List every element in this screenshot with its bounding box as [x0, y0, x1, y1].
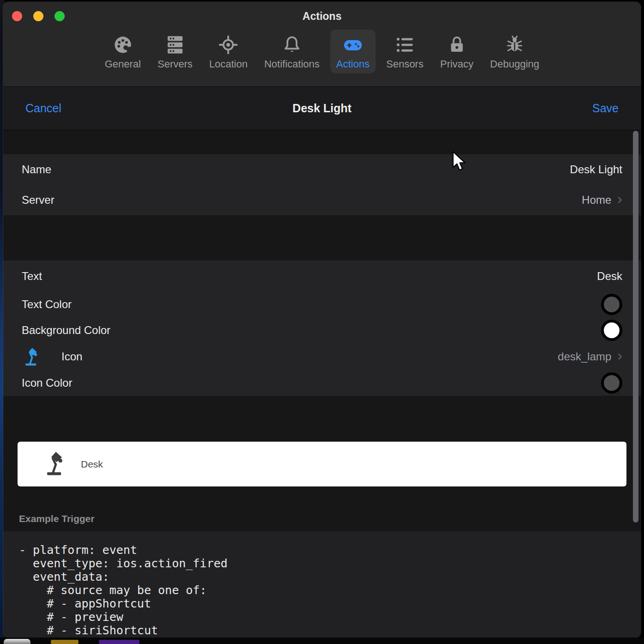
toolbar-tab-location[interactable]: Location	[203, 30, 254, 73]
toolbar-tab-notifications[interactable]: Notifications	[258, 30, 326, 73]
preferences-toolbar: General Servers	[3, 30, 641, 73]
dock-icon-fragment	[51, 640, 79, 644]
server-row[interactable]: Server Home ›	[3, 185, 641, 215]
toolbar-tab-debugging[interactable]: Debugging	[484, 30, 545, 73]
dock-icon-fragment	[4, 639, 30, 644]
icon-color-row[interactable]: Icon Color	[3, 370, 641, 396]
toolbar-tab-actions[interactable]: Actions	[330, 30, 376, 73]
spacer	[3, 215, 641, 261]
preview-label: Desk	[81, 459, 103, 470]
text-color-row[interactable]: Text Color	[3, 292, 641, 317]
toolbar-tab-privacy[interactable]: Privacy	[434, 30, 480, 73]
text-label: Text	[22, 270, 42, 283]
toolbar-tab-label: Notifications	[264, 58, 320, 70]
example-trigger-heading: Example Trigger	[19, 513, 641, 524]
toolbar-tab-sensors[interactable]: Sensors	[380, 30, 430, 73]
code-line: # - appShortcut	[19, 597, 641, 610]
toolbar-tab-label: Location	[209, 58, 248, 70]
background-color-row[interactable]: Background Color	[3, 317, 641, 343]
dock-sliver	[0, 638, 644, 644]
toolbar-tab-servers[interactable]: Servers	[152, 30, 199, 73]
server-stack-icon	[164, 34, 186, 56]
code-line: # - siriShortcut	[19, 624, 641, 637]
example-trigger-code: - platform: event event_type: ios.action…	[3, 531, 641, 638]
toolbar-tab-label: Privacy	[440, 58, 474, 70]
settings-window: Actions General	[3, 2, 641, 638]
text-color-label: Text Color	[22, 298, 72, 311]
code-line: # - preview	[19, 610, 641, 624]
code-line: # source may be one of:	[19, 583, 641, 597]
scrollbar-thumb[interactable]	[633, 131, 638, 522]
server-value: Home	[582, 194, 611, 207]
text-color-swatch[interactable]	[601, 294, 622, 315]
bug-icon	[504, 34, 526, 56]
toolbar-tab-general[interactable]: General	[99, 30, 147, 73]
editor-navbar: Cancel Desk Light Save	[3, 87, 641, 130]
toolbar-tab-label: Servers	[158, 58, 193, 70]
toolbar-tab-label: Actions	[336, 58, 370, 70]
icon-value: desk_lamp	[558, 350, 611, 363]
list-icon	[394, 34, 416, 56]
text-value: Desk	[597, 270, 622, 283]
save-button[interactable]: Save	[592, 102, 619, 115]
action-editor-content: Name Desk Light Server Home › Text Desk …	[3, 131, 641, 638]
dock-icon-fragment	[99, 640, 140, 644]
appearance-section: Text Desk Text Color Background Color	[3, 261, 641, 396]
icon-color-label: Icon Color	[22, 377, 72, 389]
spacer	[3, 396, 641, 442]
chevron-right-icon: ›	[617, 348, 622, 363]
server-label: Server	[22, 194, 55, 207]
name-label: Name	[22, 163, 51, 176]
location-target-icon	[217, 34, 239, 56]
identity-section: Name Desk Light Server Home ›	[3, 154, 641, 215]
icon-label: Icon	[61, 350, 82, 363]
window-title: Actions	[3, 10, 641, 23]
desk-lamp-icon	[22, 346, 42, 367]
text-row[interactable]: Text Desk	[3, 261, 641, 292]
cancel-button[interactable]: Cancel	[25, 102, 61, 115]
icon-row[interactable]: Icon desk_lamp ›	[3, 343, 641, 370]
bell-icon	[281, 34, 303, 56]
lock-icon	[446, 34, 468, 56]
code-line: event_data:	[19, 570, 641, 583]
background-color-label: Background Color	[22, 324, 110, 337]
icon-color-swatch[interactable]	[601, 372, 622, 394]
window-chrome: Actions General	[3, 2, 641, 87]
code-line: event_type: ios.action_fired	[19, 557, 641, 570]
palette-icon	[112, 34, 134, 56]
toolbar-tab-label: Debugging	[490, 58, 539, 70]
desk-lamp-preview-icon	[42, 450, 69, 479]
toolbar-tab-label: Sensors	[386, 58, 424, 70]
toolbar-tab-label: General	[105, 58, 141, 70]
name-value: Desk Light	[570, 163, 622, 176]
chevron-right-icon: ›	[617, 191, 622, 206]
editor-title: Desk Light	[3, 102, 641, 115]
spacer	[3, 131, 641, 154]
action-preview-card: Desk	[18, 442, 626, 486]
code-line: - platform: event	[19, 543, 641, 557]
name-row[interactable]: Name Desk Light	[3, 154, 641, 185]
game-controller-icon	[342, 34, 364, 56]
background-color-swatch[interactable]	[601, 320, 622, 341]
